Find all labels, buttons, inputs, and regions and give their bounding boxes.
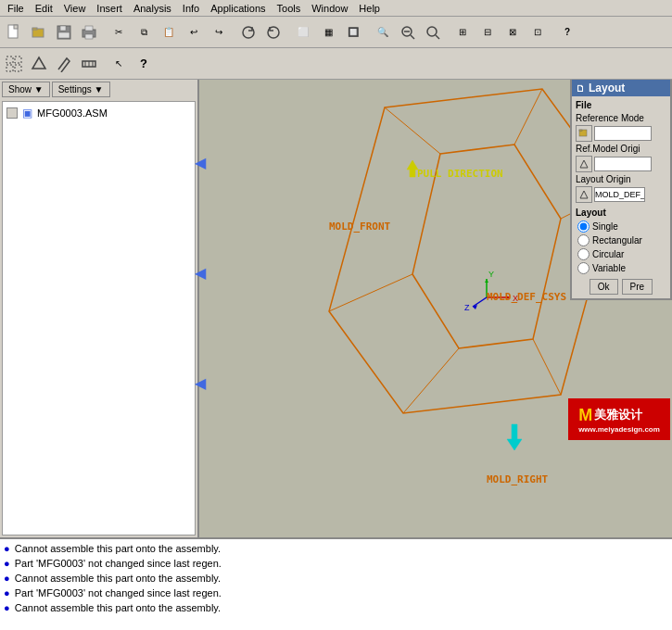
cursor-button[interactable]: ↖: [107, 52, 131, 76]
svg-marker-21: [32, 57, 45, 69]
panel-toggle-arrow-2[interactable]: ◀: [195, 264, 206, 282]
ref-model-origin-btn[interactable]: [576, 156, 592, 172]
panel-toggle-arrow-3[interactable]: ◀: [195, 374, 206, 392]
svg-text:Y: Y: [488, 270, 494, 279]
show-dropdown[interactable]: Show ▼: [2, 82, 50, 97]
watermark-m: M: [578, 406, 592, 425]
left-panel: Show ▼ Settings ▼ ▣ MFG0003.ASM: [0, 80, 199, 537]
model-button[interactable]: ⊠: [501, 20, 525, 44]
menu-applications[interactable]: Applications: [205, 2, 271, 15]
log-text-5: Cannot assemble this part onto the assem…: [15, 602, 221, 613]
watermark: M 美雅设计 www.meiyadesign.com: [568, 398, 670, 440]
svg-line-29: [514, 89, 542, 145]
ok-button[interactable]: Ok: [590, 279, 618, 295]
layout-origin-label: Layout Origin: [572, 173, 670, 185]
watermark-inner: M 美雅设计 www.meiyadesign.com: [578, 406, 660, 434]
watermark-brand: 美雅设计: [594, 407, 642, 423]
log-line-1: ● Cannot assemble this part onto the ass…: [4, 541, 668, 556]
radio-variable-label: Variable: [592, 263, 626, 273]
layout-section-label: Layout: [572, 204, 670, 220]
sketch-button[interactable]: [52, 52, 76, 76]
zoom-in-button[interactable]: 🔍: [371, 20, 395, 44]
ref-model-origin-input[interactable]: [594, 157, 652, 171]
open-button[interactable]: [27, 20, 51, 44]
settings-dropdown[interactable]: Settings ▼: [52, 82, 110, 97]
layout-dialog: 🗋 Layout File Reference Mode Ref.Model O…: [570, 80, 672, 300]
new-button[interactable]: [2, 20, 26, 44]
svg-line-28: [385, 107, 440, 154]
radio-single[interactable]: Single: [572, 220, 670, 233]
radio-variable-input[interactable]: [577, 262, 590, 274]
view-standard-button[interactable]: ⬜: [291, 20, 315, 44]
toolbar1: ✂ ⧉ 📋 ↩ ↪ ⬜ ▦ 🔲 🔍 ⊞ ⊟ ⊠ ⊡ ?: [0, 17, 672, 48]
redo-button[interactable]: ↪: [207, 20, 231, 44]
save-button[interactable]: [52, 20, 76, 44]
svg-line-31: [533, 339, 561, 395]
radio-circular[interactable]: Circular: [572, 247, 670, 261]
bullet-3: ●: [4, 573, 10, 584]
menu-help[interactable]: Help: [353, 2, 386, 15]
layer-button[interactable]: ⊟: [475, 20, 500, 44]
radio-single-input[interactable]: [577, 220, 590, 233]
menu-window[interactable]: Window: [306, 2, 353, 15]
view-options-button[interactable]: ▦: [316, 20, 340, 44]
layout-origin-btn[interactable]: [576, 186, 592, 203]
select-filter-button[interactable]: [27, 52, 51, 76]
paste-button[interactable]: 📋: [157, 20, 181, 44]
zoom-fit-button[interactable]: [421, 20, 445, 44]
cut-button[interactable]: ✂: [107, 20, 131, 44]
select-all-button[interactable]: [2, 52, 26, 76]
copy-button[interactable]: ⧉: [132, 20, 156, 44]
panel-toolbar: Show ▼ Settings ▼: [0, 80, 197, 99]
ref-model-btn[interactable]: [576, 125, 592, 142]
ref-model-origin-label: Ref.Model Origi: [572, 143, 670, 155]
svg-rect-3: [32, 28, 37, 30]
help-extra-button[interactable]: ?: [132, 52, 156, 76]
view-shaded-button[interactable]: 🔲: [341, 20, 365, 44]
bullet-2: ●: [4, 558, 10, 569]
file-section-label: File: [572, 96, 670, 112]
panel-toggle-arrow-1[interactable]: ◀: [195, 154, 206, 171]
log-line-2: ● Part 'MFG0003' not changed since last …: [4, 556, 668, 571]
radio-rectangular-input[interactable]: [577, 234, 590, 246]
layout-origin-input[interactable]: [594, 187, 645, 202]
mold-right-label: MOLD_RIGHT: [487, 473, 548, 485]
menu-tools[interactable]: Tools: [272, 2, 307, 15]
radio-variable[interactable]: Variable: [572, 261, 670, 275]
svg-line-39: [473, 297, 487, 307]
ref-model-input[interactable]: [594, 126, 652, 141]
menu-edit[interactable]: Edit: [30, 2, 58, 15]
regen2-button[interactable]: [261, 20, 285, 44]
svg-point-15: [427, 27, 437, 36]
svg-text:Z: Z: [464, 303, 470, 312]
print-button[interactable]: [77, 20, 101, 44]
family-button[interactable]: ⊡: [526, 20, 550, 44]
undo-button[interactable]: ↩: [182, 20, 206, 44]
svg-line-16: [436, 35, 439, 39]
bullet-4: ●: [4, 587, 10, 598]
regen-button[interactable]: [236, 20, 260, 44]
help-button[interactable]: ?: [555, 20, 579, 44]
bullet-1: ●: [4, 543, 10, 554]
svg-marker-38: [485, 279, 488, 283]
menubar: File Edit View Insert Analysis Info Appl…: [0, 0, 672, 17]
menu-view[interactable]: View: [58, 2, 92, 15]
menu-info[interactable]: Info: [177, 2, 205, 15]
viewport[interactable]: X Y Z PULL DIRECTION MOLD_FRONT MOLD_DEF…: [199, 80, 672, 537]
svg-rect-19: [6, 65, 13, 71]
svg-rect-18: [15, 57, 21, 63]
menu-analysis[interactable]: Analysis: [128, 2, 177, 15]
ref-model-label: Reference Mode: [572, 112, 670, 124]
layout-button[interactable]: ⊞: [450, 20, 475, 44]
radio-rectangular[interactable]: Rectangular: [572, 233, 670, 247]
svg-rect-9: [85, 34, 93, 39]
preview-button[interactable]: Pre: [622, 279, 653, 295]
measure-button[interactable]: [77, 52, 101, 76]
menu-file[interactable]: File: [2, 2, 30, 15]
menu-insert[interactable]: Insert: [91, 2, 128, 15]
svg-rect-46: [579, 130, 582, 132]
zoom-out-button[interactable]: [396, 20, 420, 44]
ref-model-origin-row: [572, 155, 670, 173]
radio-circular-input[interactable]: [577, 248, 590, 260]
tree-item-mfg0003[interactable]: ▣ MFG0003.ASM: [6, 106, 191, 120]
